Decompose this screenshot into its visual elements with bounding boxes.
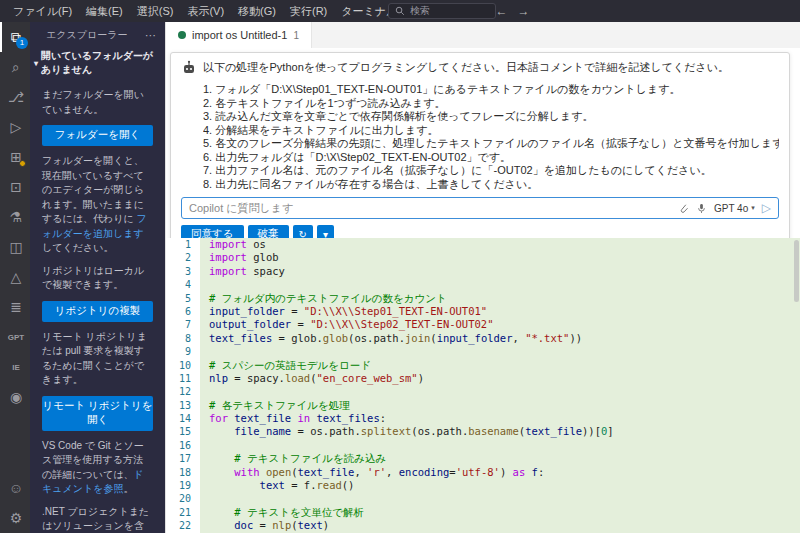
activity-gpt-icon[interactable]: GPT xyxy=(0,322,30,352)
line-number: 15 xyxy=(166,425,200,438)
code-text: file_name = os.path.splitext(os.path.bas… xyxy=(200,425,800,438)
activity-extensions-icon[interactable]: ⊞ xyxy=(0,142,30,172)
more-actions-icon[interactable]: ⋯ xyxy=(145,29,157,42)
text-fragment: してください。 xyxy=(42,242,113,253)
model-label: GPT 4o xyxy=(714,203,748,214)
code-area[interactable]: 1import os2import glob3import spacy45# フ… xyxy=(166,238,800,533)
activity-account-icon[interactable]: ☺ xyxy=(0,473,30,503)
code-text: import glob xyxy=(200,251,800,264)
send-icon[interactable]: ▷ xyxy=(762,201,771,215)
line-number: 11 xyxy=(166,372,200,385)
warning-dot xyxy=(19,160,26,167)
activity-testing-icon[interactable]: ⚗ xyxy=(0,202,30,232)
search-placeholder: 検索 xyxy=(410,4,430,18)
chat-step: 4. 分解結果をテキストファイルに出力します。 xyxy=(203,124,779,138)
menu-view[interactable]: 表示(V) xyxy=(180,0,231,22)
mic-icon[interactable] xyxy=(696,203,707,214)
copilot-input[interactable]: Copilot に質問します GPT 4o ▾ ▷ xyxy=(181,197,779,219)
code-text: doc = nlp(text) xyxy=(200,519,800,532)
attach-icon[interactable] xyxy=(678,203,689,214)
code-line: 18 with open(text_file, 'r', encoding='u… xyxy=(166,466,800,479)
chat-step: 5. 各文のフレーズ分解結果の先頭に、処理したテキストファイルのファイル名（拡張… xyxy=(203,137,779,151)
line-number: 10 xyxy=(166,359,200,372)
menu-file[interactable]: ファイル(F) xyxy=(6,0,79,22)
sidebar-text: リポジトリはローカルで複製できます。 xyxy=(42,264,153,293)
code-text: import spacy xyxy=(200,265,800,278)
line-number: 21 xyxy=(166,506,200,519)
title-bar: ファイル(F)編集(E)選択(S)表示(V)移動(G)実行(R)ターミナル(T)… xyxy=(0,0,800,22)
tab-label: import os Untitled-1 xyxy=(192,29,287,41)
code-text: # テキストファイルを読み込み xyxy=(200,452,800,465)
activity-bar: ⧉1⌕⎇▷⊞⊡⚗◫△≣GPTIE◉☺⚙ xyxy=(0,22,30,533)
open-folder-button[interactable]: フォルダーを開く xyxy=(42,125,153,146)
search-icon xyxy=(395,6,405,16)
activity-settings-icon[interactable]: ⚙ xyxy=(0,503,30,533)
global-search-box[interactable]: 検索 xyxy=(388,3,496,19)
line-number: 19 xyxy=(166,479,200,492)
text-fragment: VS Code で Git とソース管理を使用する方法の詳細については、 xyxy=(42,440,144,480)
chat-step: 2. 各テキストファイルを1つずつ読み込みます。 xyxy=(203,97,779,111)
chat-step: 6. 出力先フォルダは「D:\X\Step02_TEXT-EN-OUT02」です… xyxy=(203,151,779,165)
chat-step: 1. フォルダ「D:\X\Step01_TEXT-EN-OUT01」にあるテキス… xyxy=(203,83,779,97)
nav-forward-icon[interactable]: → xyxy=(517,4,529,18)
code-text: # テキストを文単位で解析 xyxy=(200,506,800,519)
editor-scrollbar[interactable] xyxy=(794,240,799,302)
line-number: 2 xyxy=(166,251,200,264)
code-line: 8text_files = glob.glob(os.path.join(inp… xyxy=(166,332,800,345)
line-number: 6 xyxy=(166,305,200,318)
sidebar-section-header[interactable]: ▾ 開いているフォルダーがありません xyxy=(30,46,165,80)
code-line: 12 xyxy=(166,385,800,398)
code-line: 10# スパシーの英語モデルをロード xyxy=(166,359,800,372)
menu-edit[interactable]: 編集(E) xyxy=(79,0,130,22)
tab-count: 1 xyxy=(293,30,299,41)
activity-jupyter-icon[interactable]: ◉ xyxy=(0,382,30,412)
code-text xyxy=(200,278,800,291)
code-line: 16 xyxy=(166,439,800,452)
menu-run[interactable]: 実行(R) xyxy=(283,0,334,22)
code-line: 3import spacy xyxy=(166,265,800,278)
line-number: 7 xyxy=(166,318,200,331)
line-number: 5 xyxy=(166,292,200,305)
activity-search-icon[interactable]: ⌕ xyxy=(0,52,30,82)
activity-azure-icon[interactable]: △ xyxy=(0,262,30,292)
activity-database-icon[interactable]: ≣ xyxy=(0,292,30,322)
code-text: # スパシーの英語モデルをロード xyxy=(200,359,800,372)
line-number: 8 xyxy=(166,332,200,345)
activity-source-control-icon[interactable]: ⎇ xyxy=(0,82,30,112)
sidebar-text: VS Code で Git とソース管理を使用する方法の詳細については、ドキュメ… xyxy=(42,439,153,497)
text-fragment: .NET プロジェクトまたはソリューションを含むフォルダーを開くか、新しい .N… xyxy=(42,506,152,533)
code-line: 4 xyxy=(166,278,800,291)
code-text: nlp = spacy.load("en_core_web_sm") xyxy=(200,372,800,385)
open-remote-repository-button[interactable]: リモート リポジトリを開く xyxy=(42,396,153,431)
clone-repository-button[interactable]: リポジトリの複製 xyxy=(42,301,153,322)
code-line: 7output_folder = "D:\\X\\Step02_TEXT-EN-… xyxy=(166,318,800,331)
copilot-avatar-icon xyxy=(181,60,197,76)
sidebar-text: フォルダーを開くと、現在開いているすべてのエディターが閉じられます。開いたままに… xyxy=(42,154,153,256)
model-selector[interactable]: GPT 4o ▾ xyxy=(714,203,755,214)
sidebar-text: リモート リポジトリまたは pull 要求を複製するために開くことができます。 xyxy=(42,330,153,388)
code-line: 15 file_name = os.path.splitext(os.path.… xyxy=(166,425,800,438)
activity-run-debug-icon[interactable]: ▷ xyxy=(0,112,30,142)
text-fragment: 。 xyxy=(123,483,133,494)
code-text: # フォルダ内のテキストファイルの数をカウント xyxy=(200,292,800,305)
line-number: 14 xyxy=(166,412,200,425)
chat-intro-text: 以下の処理をPythonを使ってプログラミングしてください。日本語コメントで詳細… xyxy=(203,60,729,74)
code-line: 5# フォルダ内のテキストファイルの数をカウント xyxy=(166,292,800,305)
line-number: 20 xyxy=(166,492,200,505)
code-text: output_folder = "D:\\X\\Step02_TEXT-EN-O… xyxy=(200,318,800,331)
activity-thunder-client-icon[interactable]: IE xyxy=(0,352,30,382)
tab-untitled-1[interactable]: import os Untitled-1 1 xyxy=(166,22,312,48)
activity-explorer-icon[interactable]: ⧉1 xyxy=(0,22,30,52)
nav-back-icon[interactable]: ← xyxy=(495,4,507,18)
menu-selection[interactable]: 選択(S) xyxy=(130,0,181,22)
code-line: 11nlp = spacy.load("en_core_web_sm") xyxy=(166,372,800,385)
menu-go[interactable]: 移動(G) xyxy=(231,0,283,22)
text-fragment: リポジトリはローカルで複製できます。 xyxy=(42,265,144,291)
code-text: text = f.read() xyxy=(200,479,800,492)
line-number: 3 xyxy=(166,265,200,278)
activity-remote-explorer-icon[interactable]: ⊡ xyxy=(0,172,30,202)
activity-docker-icon[interactable]: ◫ xyxy=(0,232,30,262)
chat-step: 8. 出力先に同名ファイルが存在する場合は、上書きしてください。 xyxy=(203,178,779,192)
code-line: 6input_folder = "D:\\X\\Step01_TEXT-EN-O… xyxy=(166,305,800,318)
section-label: 開いているフォルダーがありません xyxy=(41,49,161,77)
